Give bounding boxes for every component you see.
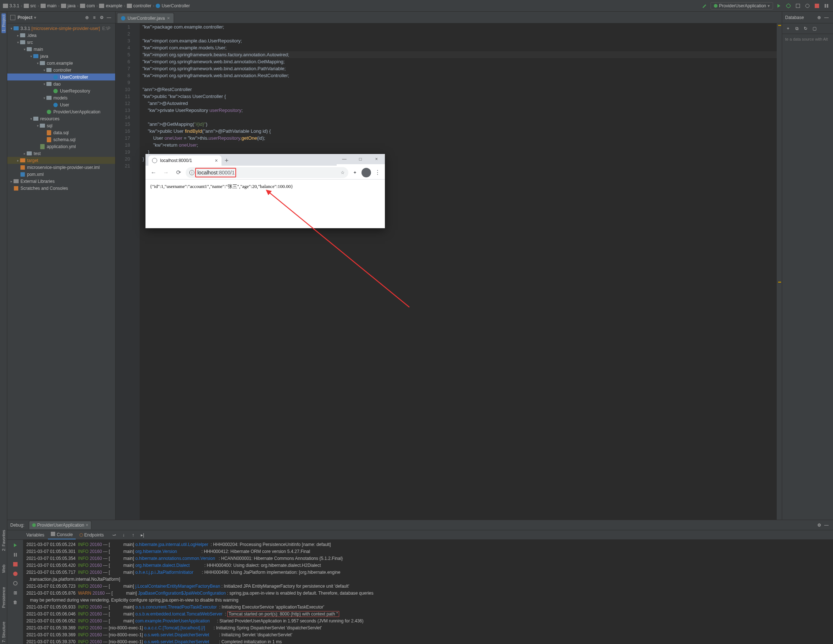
stop-debug-icon[interactable] — [11, 560, 19, 568]
update-button[interactable] — [823, 2, 830, 10]
subtab-console[interactable]: Console — [48, 530, 76, 539]
debug-hide-icon[interactable]: — — [823, 522, 830, 529]
svg-point-2 — [806, 4, 809, 8]
web-tool-tab[interactable]: Web — [2, 563, 6, 574]
code-content[interactable]: "kw">package com.example.controller; "kw… — [140, 23, 777, 520]
structure-tool-tab[interactable]: 7: Structure — [2, 620, 6, 644]
tree-item-userrepository[interactable]: UserRepository — [7, 87, 115, 94]
persistence-tool-tab[interactable]: Persistence — [2, 586, 6, 609]
close-tab-icon[interactable]: × — [167, 15, 170, 21]
tree-item-target[interactable]: ▸target — [7, 157, 115, 164]
extensions-icon[interactable]: ✦ — [351, 170, 359, 175]
debug-button[interactable] — [785, 2, 792, 10]
tree-item-resources[interactable]: ▾resources — [7, 115, 115, 122]
tree-root[interactable]: ▾3.3.1 [microservice-simple-provider-use… — [7, 25, 115, 32]
tree-item-test[interactable]: ▸test — [7, 150, 115, 157]
url-highlight-annotation — [195, 168, 236, 177]
tree-item-application[interactable]: ProviderUserApplication — [7, 108, 115, 115]
tree-item-dao[interactable]: ▾dao — [7, 80, 115, 87]
db-hide-icon[interactable]: — — [823, 14, 830, 21]
stop-button[interactable] — [813, 2, 820, 10]
tree-item-idea[interactable]: ▸.idea — [7, 32, 115, 39]
trash-icon[interactable]: 🗑 — [11, 598, 19, 606]
run-config-selector[interactable]: ProviderUserApplication▾ — [711, 2, 773, 10]
expand-all-icon[interactable]: ≡ — [91, 14, 98, 21]
select-opened-file-icon[interactable]: ⊕ — [84, 14, 90, 21]
close-window-icon[interactable]: × — [369, 154, 384, 164]
omnibox[interactable]: i localhost:8000/1 ☆ — [186, 167, 348, 178]
minimize-icon[interactable]: — — [337, 154, 352, 164]
database-panel: Database ⊕ — + ⧉ ↻ ▢ te a data source wi… — [782, 12, 833, 520]
tree-item-schema-sql[interactable]: schema.sql — [7, 136, 115, 143]
run-dot-icon — [714, 4, 717, 8]
tree-item-external-libraries[interactable]: ▸External Libraries — [7, 178, 115, 185]
debug-settings-icon[interactable]: ⚙ — [815, 522, 823, 529]
tree-item-controller[interactable]: ▾controller — [7, 66, 115, 74]
tree-item-scratches[interactable]: Scratches and Consoles — [7, 185, 115, 192]
tree-item-application-yml[interactable]: application.yml — [7, 143, 115, 150]
browser-tab[interactable]: localhost:8000/1 × — [148, 155, 222, 166]
coverage-button[interactable] — [794, 2, 802, 10]
breadcrumb[interactable]: 3.3.1› src› main› java› com› example› co… — [3, 3, 701, 8]
maximize-icon[interactable]: □ — [353, 154, 368, 164]
error-stripe[interactable] — [777, 23, 782, 520]
profile-avatar[interactable] — [362, 168, 371, 177]
resume-icon[interactable] — [11, 551, 19, 559]
code-editor[interactable]: 123456789101112131415161718192021 "kw">p… — [116, 23, 782, 520]
chevron-down-icon[interactable]: ▾ — [34, 15, 36, 20]
layout-icon[interactable]: ⊞ — [11, 589, 19, 597]
tree-item-user[interactable]: User — [7, 101, 115, 108]
tree-item-usercontroller[interactable]: UserController — [7, 74, 115, 80]
tree-item-pom[interactable]: pom.xml — [7, 171, 115, 178]
project-tool-tab[interactable]: 1: Project — [2, 13, 6, 33]
subtab-endpoints[interactable]: ⬡ Endpoints — [76, 531, 107, 539]
run-to-cursor-icon[interactable]: ▸| — [139, 531, 146, 539]
mute-breakpoints-icon[interactable] — [11, 579, 19, 587]
build-hammer-icon[interactable] — [701, 2, 708, 10]
project-tree[interactable]: ▾3.3.1 [microservice-simple-provider-use… — [7, 23, 115, 520]
tree-item-models[interactable]: ▾models — [7, 94, 115, 101]
stop-icon[interactable]: ▢ — [811, 25, 818, 32]
site-info-icon[interactable]: i — [189, 170, 195, 175]
close-icon[interactable]: × — [85, 523, 88, 528]
browser-menu-icon[interactable]: ⋮ — [373, 169, 382, 176]
debug-run-tab[interactable]: ProviderUserApplication× — [29, 521, 92, 529]
rerun-icon[interactable] — [11, 541, 19, 549]
tree-item-java[interactable]: ▾java — [7, 53, 115, 60]
navigation-bar: 3.3.1› src› main› java› com› example› co… — [0, 0, 833, 12]
folder-icon — [61, 4, 66, 8]
profile-button[interactable] — [804, 2, 811, 10]
hide-icon[interactable]: — — [106, 14, 112, 21]
step-into-icon[interactable]: ↓ — [120, 531, 127, 539]
duplicate-icon[interactable]: ⧉ — [793, 25, 801, 32]
step-over-icon[interactable]: ⤻ — [110, 531, 118, 539]
new-tab-button[interactable]: + — [222, 155, 232, 166]
step-out-icon[interactable]: ↑ — [129, 531, 137, 539]
refresh-icon[interactable]: ↻ — [802, 25, 809, 32]
forward-button[interactable]: → — [161, 167, 171, 178]
add-datasource-icon[interactable]: + — [785, 25, 792, 32]
project-header-title[interactable]: Project — [18, 15, 32, 20]
gear-icon[interactable]: ⚙ — [98, 14, 105, 21]
tree-item-src[interactable]: ▾src — [7, 39, 115, 46]
run-button[interactable] — [775, 2, 783, 10]
back-button[interactable]: ← — [148, 167, 159, 178]
view-breakpoints-icon[interactable] — [11, 570, 19, 578]
bookmark-icon[interactable]: ☆ — [341, 170, 345, 175]
browser-tabrow: localhost:8000/1 × + — [145, 154, 337, 166]
favorites-tool-tab[interactable]: 2: Favorites — [2, 528, 6, 552]
editor-tab-usercontroller[interactable]: UserController.java × — [117, 13, 174, 23]
tree-item-data-sql[interactable]: data.sql — [7, 129, 115, 136]
svg-rect-4 — [827, 4, 828, 8]
tree-item-iml[interactable]: microservice-simple-provider-user.iml — [7, 164, 115, 171]
console-output[interactable]: 2021-03-07 01:05:05.224 INFO 20160 --- [… — [23, 540, 833, 644]
db-settings-icon[interactable]: ⊕ — [815, 14, 823, 21]
tree-item-package[interactable]: ▾com.example — [7, 60, 115, 66]
reload-button[interactable]: ⟳ — [173, 167, 183, 178]
tree-item-sql[interactable]: ▾sql — [7, 122, 115, 129]
tab-close-icon[interactable]: × — [215, 158, 218, 163]
browser-titlebar: — □ × — [337, 154, 385, 164]
subtab-variables[interactable]: Variables — [23, 531, 47, 539]
tree-item-main[interactable]: ▾main — [7, 46, 115, 53]
project-view-icon — [10, 15, 15, 20]
